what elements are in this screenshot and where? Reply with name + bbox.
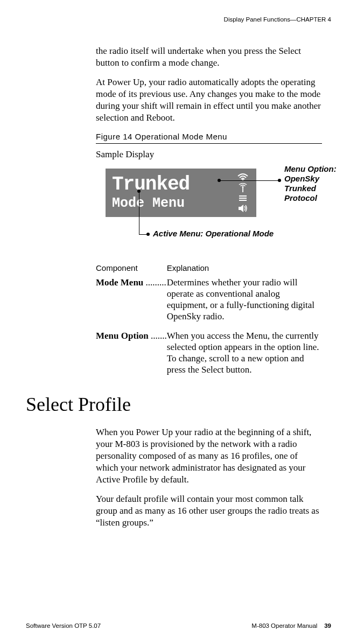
figure-title: Figure 14 Operational Mode Menu: [96, 132, 322, 141]
callout-line: Trunked: [284, 184, 357, 193]
section-title-select-profile: Select Profile: [26, 393, 331, 416]
section-paragraph-1: When you Power Up your radio at the begi…: [96, 426, 322, 486]
page-header: Display Panel Functions—CHAPTER 4: [26, 16, 331, 23]
main-content: the radio itself will undertake when you…: [96, 45, 322, 383]
table-header-row: Component Explanation: [96, 263, 322, 277]
antenna-icon: [237, 183, 248, 193]
page-footer: Software Version OTP 5.07 M-803 Operator…: [26, 622, 331, 629]
callout-dot: [146, 233, 150, 236]
section-content: When you Power Up your radio at the begi…: [96, 426, 322, 529]
wifi-icon: [237, 173, 248, 181]
callout-menu-option: Menu Option: OpenSky Trunked Protocol: [284, 164, 357, 203]
component-label-cell: Mode Menu .........: [96, 277, 167, 330]
page-number: 39: [324, 622, 331, 629]
display-icon-column: [235, 173, 251, 212]
dots: .........: [143, 277, 166, 288]
component-explanation: Determines whether your radio will opera…: [167, 277, 322, 330]
figure-display-area: Trunked Mode Menu: [96, 164, 322, 256]
callout-line-2v: [139, 191, 139, 234]
table-row: Menu Option ....... When you access the …: [96, 330, 322, 383]
callout-line: Menu Option:: [284, 164, 357, 174]
speaker-icon: [237, 205, 248, 212]
component-label: Menu Option: [96, 331, 149, 341]
th-component: Component: [96, 263, 167, 277]
radio-display-screen: Trunked Mode Menu: [106, 169, 256, 217]
dots: .......: [149, 331, 167, 341]
figure-rule: [96, 143, 322, 144]
callout-dot: [278, 179, 281, 182]
component-label-cell: Menu Option .......: [96, 330, 167, 383]
callout-line-1: [220, 180, 279, 181]
display-line-2: Mode Menu: [112, 197, 235, 210]
intro-paragraph-1: the radio itself will undertake when you…: [96, 45, 322, 69]
section-paragraph-2: Your default profile will contain your m…: [96, 493, 322, 529]
list-icon: [237, 195, 248, 202]
callout-line: Protocol: [284, 193, 357, 203]
display-text-block: Trunked Mode Menu: [112, 175, 235, 210]
table-row: Mode Menu ......... Determines whether y…: [96, 277, 322, 330]
header-text: Display Panel Functions—CHAPTER 4: [224, 16, 331, 23]
footer-manual-name: M-803 Operator Manual: [251, 622, 317, 629]
footer-right: M-803 Operator Manual 39: [251, 622, 331, 629]
component-table: Component Explanation Mode Menu ........…: [96, 263, 322, 383]
th-explanation: Explanation: [167, 263, 322, 277]
svg-marker-6: [239, 205, 243, 212]
callout-line: OpenSky: [284, 174, 357, 184]
component-explanation: When you access the Menu, the currently …: [167, 330, 322, 383]
intro-paragraph-2: At Power Up, your radio automatically ad…: [96, 76, 322, 124]
component-label: Mode Menu: [96, 277, 143, 288]
callout-dot: [137, 190, 141, 193]
callout-dot: [218, 179, 221, 182]
footer-left: Software Version OTP 5.07: [26, 622, 101, 629]
callout-active-menu: Active Menu: Operational Mode: [153, 229, 274, 238]
display-line-1: Trunked: [112, 175, 235, 194]
sample-display-label: Sample Display: [96, 149, 322, 160]
